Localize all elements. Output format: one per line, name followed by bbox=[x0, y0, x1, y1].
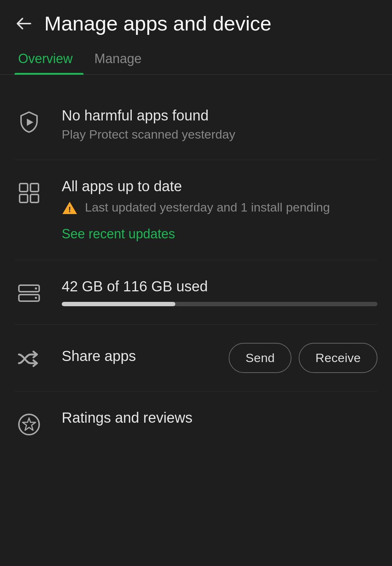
svg-rect-3 bbox=[20, 194, 28, 202]
share-buttons: Send Receive bbox=[229, 343, 377, 373]
ratings-title: Ratings and reviews bbox=[62, 410, 377, 426]
storage-section: 42 GB of 116 GB used bbox=[15, 260, 377, 325]
play-protect-section: No harmful apps found Play Protect scann… bbox=[15, 89, 377, 160]
main-content: No harmful apps found Play Protect scann… bbox=[0, 78, 392, 467]
updates-section: All apps up to date ! Last updated yeste… bbox=[15, 160, 377, 260]
share-apps-section: Share apps Send Receive bbox=[15, 325, 377, 391]
ratings-body: Ratings and reviews bbox=[62, 410, 377, 430]
storage-title: 42 GB of 116 GB used bbox=[62, 278, 377, 295]
storage-fill bbox=[62, 302, 175, 306]
updates-warning-text: Last updated yesterday and 1 install pen… bbox=[85, 199, 330, 216]
svg-point-9 bbox=[35, 297, 37, 299]
play-protect-body: No harmful apps found Play Protect scann… bbox=[62, 107, 377, 142]
back-button[interactable] bbox=[15, 14, 33, 33]
svg-rect-1 bbox=[20, 184, 28, 192]
svg-point-10 bbox=[19, 414, 39, 435]
share-apps-title: Share apps bbox=[62, 348, 211, 364]
warning-icon: ! bbox=[62, 200, 78, 216]
ratings-section: Ratings and reviews bbox=[15, 391, 377, 456]
see-recent-updates-link[interactable]: See recent updates bbox=[62, 226, 175, 242]
svg-rect-2 bbox=[30, 184, 38, 192]
svg-marker-11 bbox=[23, 418, 36, 430]
storage-body: 42 GB of 116 GB used bbox=[62, 278, 377, 306]
play-protect-subtitle: Play Protect scanned yesterday bbox=[62, 127, 377, 142]
ratings-icon bbox=[15, 411, 44, 438]
play-protect-title: No harmful apps found bbox=[62, 107, 377, 124]
play-protect-icon bbox=[15, 109, 44, 135]
svg-rect-4 bbox=[30, 194, 38, 202]
updates-title: All apps up to date bbox=[62, 178, 377, 194]
updates-body: All apps up to date ! Last updated yeste… bbox=[62, 178, 377, 242]
tabs-bar: Overview Manage bbox=[0, 42, 392, 75]
page-title: Manage apps and device bbox=[44, 12, 271, 35]
send-button[interactable]: Send bbox=[229, 343, 291, 373]
header: Manage apps and device bbox=[0, 0, 392, 42]
svg-point-7 bbox=[35, 287, 37, 290]
updates-icon bbox=[15, 180, 44, 206]
share-apps-content: Share apps bbox=[62, 348, 211, 368]
storage-icon bbox=[15, 280, 44, 306]
receive-button[interactable]: Receive bbox=[299, 343, 377, 373]
tab-overview[interactable]: Overview bbox=[15, 42, 83, 74]
warning-row: ! Last updated yesterday and 1 install p… bbox=[62, 199, 377, 216]
svg-text:!: ! bbox=[68, 205, 71, 214]
tab-manage[interactable]: Manage bbox=[91, 42, 152, 74]
storage-bar bbox=[62, 302, 377, 306]
svg-marker-0 bbox=[27, 119, 33, 126]
share-apps-icon bbox=[15, 346, 44, 372]
